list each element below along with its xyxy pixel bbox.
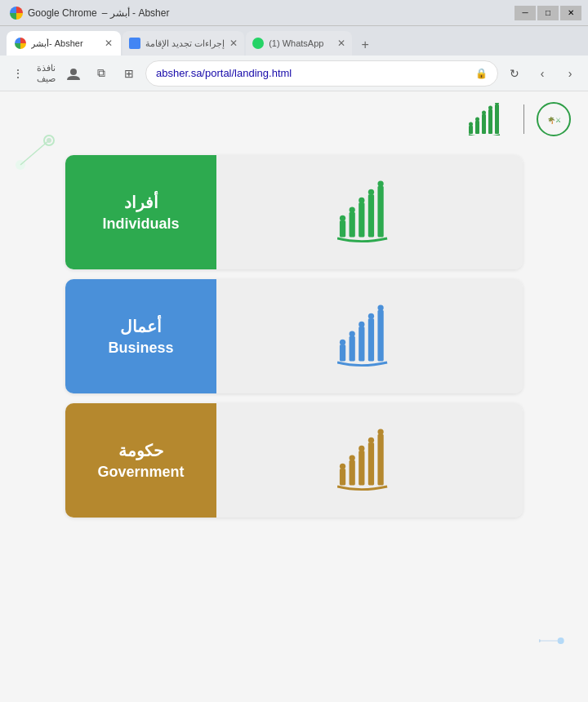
svg-line-3: [20, 140, 49, 165]
forward-button[interactable]: ›: [559, 62, 581, 85]
svg-point-37: [359, 322, 364, 327]
individuals-icon-area[interactable]: [216, 155, 523, 269]
tab-label-absher: أبشر- Absher: [31, 38, 83, 49]
chrome-window-title: – أبشر - Absher: [102, 7, 170, 19]
svg-rect-42: [359, 451, 364, 485]
svg-point-29: [377, 180, 383, 186]
chrome-title: Google Chrome: [28, 7, 97, 19]
svg-rect-44: [377, 434, 383, 486]
svg-point-48: [368, 438, 373, 443]
minimize-button[interactable]: ─: [514, 6, 536, 20]
business-label[interactable]: أعمال Business: [65, 279, 216, 393]
omnibox[interactable]: absher.sa/portal/landing.html 🔒: [145, 60, 498, 87]
reader-mode-button[interactable]: نافذة صيف: [34, 62, 57, 85]
svg-point-28: [368, 189, 373, 195]
omnibox-url: absher.sa/portal/landing.html: [156, 67, 470, 79]
svg-point-15: [482, 111, 486, 115]
svg-rect-34: [377, 310, 383, 362]
svg-rect-31: [349, 336, 354, 362]
new-tab-button[interactable]: +: [354, 34, 376, 56]
individuals-arabic: أفراد: [124, 193, 158, 212]
business-english: Business: [108, 340, 173, 357]
tab-whatsapp[interactable]: (1) WhatsApp ✕: [246, 31, 352, 56]
svg-rect-10: [482, 114, 486, 134]
svg-point-26: [349, 207, 354, 212]
tab-iqama[interactable]: إجراءات تجديد الإقامة ✕: [122, 31, 244, 56]
government-icon-area[interactable]: [216, 403, 523, 518]
tab-favicon-whatsapp: [252, 38, 264, 49]
close-button[interactable]: ✕: [560, 6, 581, 20]
tab-label-iqama: إجراءات تجديد الإقامة: [145, 38, 225, 49]
svg-point-16: [488, 106, 492, 110]
tab-close-iqama[interactable]: ✕: [229, 38, 238, 49]
refresh-button[interactable]: ↻: [503, 62, 526, 85]
traffic-lights: [7, 7, 23, 20]
government-absher-icon: [337, 428, 403, 493]
sidebar-toggle-button[interactable]: ⧉: [90, 62, 113, 85]
svg-rect-20: [339, 220, 345, 237]
absher-logo-icon: [467, 103, 512, 136]
svg-rect-40: [339, 469, 345, 485]
lock-icon: 🔒: [475, 68, 488, 79]
tab-absher[interactable]: أبشر- Absher ✕: [7, 31, 121, 56]
svg-rect-24: [377, 186, 383, 238]
chrome-tabbar: أبشر- Absher ✕ إجراءات تجديد الإقامة ✕ (…: [0, 26, 588, 56]
cards-container: أفراد Individuals: [0, 155, 588, 527]
svg-point-7: [539, 639, 541, 642]
tab-label-whatsapp: (1) WhatsApp: [269, 38, 323, 48]
chrome-logo-icon: [10, 7, 23, 20]
svg-rect-41: [349, 460, 354, 486]
logo-divider: [523, 104, 524, 134]
svg-rect-8: [469, 126, 473, 134]
svg-rect-32: [359, 327, 364, 361]
svg-point-25: [339, 215, 345, 221]
tab-favicon-iqama: [129, 38, 140, 49]
svg-rect-11: [488, 109, 492, 134]
business-arabic: أعمال: [120, 317, 162, 336]
svg-rect-33: [368, 318, 373, 361]
individuals-label[interactable]: أفراد Individuals: [65, 155, 216, 269]
profile-button[interactable]: [62, 62, 85, 85]
svg-point-46: [349, 455, 354, 460]
individuals-card[interactable]: أفراد Individuals: [65, 155, 523, 269]
saudi-emblem-icon: 🌴⚔: [536, 101, 572, 137]
titlebar-controls[interactable]: ─ □ ✕: [514, 6, 581, 20]
svg-rect-9: [475, 121, 479, 134]
tab-favicon-absher: [15, 38, 26, 49]
government-label[interactable]: حكومة Government: [65, 403, 216, 518]
svg-rect-21: [349, 212, 354, 238]
svg-point-39: [377, 304, 383, 310]
deco-topleft: [8, 124, 74, 189]
tab-close-whatsapp[interactable]: ✕: [337, 38, 345, 49]
svg-point-13: [469, 122, 473, 127]
svg-point-36: [349, 331, 354, 336]
business-icon-area[interactable]: [216, 279, 523, 393]
svg-rect-30: [339, 344, 345, 361]
svg-point-38: [368, 313, 373, 319]
svg-point-0: [70, 69, 77, 75]
business-card[interactable]: أعمال Business: [65, 279, 523, 393]
svg-rect-22: [359, 202, 364, 237]
profile-icon: [66, 66, 81, 81]
back-button[interactable]: ‹: [531, 62, 554, 85]
svg-point-45: [339, 464, 345, 469]
maximize-button[interactable]: □: [537, 6, 559, 20]
government-arabic: حكومة: [118, 441, 163, 460]
government-card[interactable]: حكومة Government: [65, 403, 523, 518]
svg-rect-43: [368, 442, 373, 485]
government-english: Government: [97, 464, 184, 481]
page-content: 🌴⚔ أفراد Individuals: [0, 91, 588, 702]
grid-button[interactable]: ⊞: [118, 62, 140, 85]
svg-text:🌴⚔: 🌴⚔: [547, 116, 561, 124]
svg-point-4: [47, 138, 51, 143]
individuals-english: Individuals: [102, 215, 179, 233]
svg-point-27: [359, 198, 364, 203]
chrome-toolbar: ⋮ نافذة صيف ⧉ ⊞ absher.sa/portal/landing…: [0, 56, 588, 91]
deco-bottomright: [539, 629, 572, 653]
svg-point-49: [377, 429, 383, 434]
svg-rect-23: [368, 194, 373, 237]
svg-point-14: [475, 118, 479, 122]
more-button[interactable]: ⋮: [7, 62, 29, 85]
svg-point-35: [339, 340, 345, 345]
tab-close-absher[interactable]: ✕: [105, 38, 113, 49]
